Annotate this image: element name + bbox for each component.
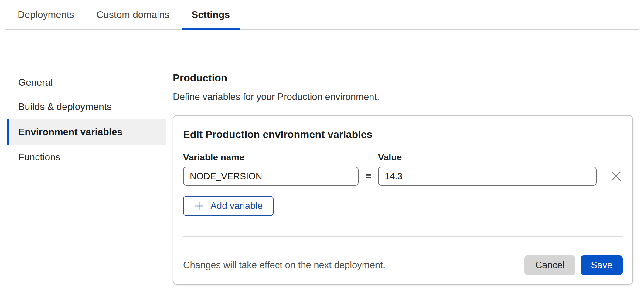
page-subtitle: Define variables for your Production env… bbox=[173, 91, 633, 102]
card-divider bbox=[183, 236, 623, 237]
tab-custom-domains[interactable]: Custom domains bbox=[87, 0, 179, 29]
remove-variable-button[interactable] bbox=[609, 170, 623, 183]
add-variable-button[interactable]: Add variable bbox=[183, 196, 274, 216]
sidebar-item-label: Environment variables bbox=[18, 126, 122, 138]
sidebar-item-label: Builds & deployments bbox=[18, 101, 112, 112]
value-label: Value bbox=[378, 152, 597, 163]
sidebar-item-label: Functions bbox=[18, 152, 60, 163]
tab-label: Deployments bbox=[18, 9, 74, 20]
sidebar-item-functions[interactable]: Functions bbox=[7, 145, 166, 169]
save-button[interactable]: Save bbox=[581, 255, 623, 275]
variables-grid: Variable name Value = bbox=[183, 152, 623, 186]
tab-settings[interactable]: Settings bbox=[182, 0, 240, 29]
main-content: Production Define variables for your Pro… bbox=[173, 70, 644, 285]
sidebar-item-general[interactable]: General bbox=[7, 70, 166, 94]
tab-label: Settings bbox=[192, 9, 230, 20]
tab-bar: Deployments Custom domains Settings bbox=[5, 0, 639, 30]
close-icon bbox=[611, 171, 622, 182]
card-title: Edit Production environment variables bbox=[183, 129, 623, 140]
sidebar-item-environment-variables[interactable]: Environment variables bbox=[7, 119, 166, 145]
tab-label: Custom domains bbox=[97, 9, 169, 20]
sidebar-item-builds-deployments[interactable]: Builds & deployments bbox=[7, 94, 166, 119]
settings-layout: General Builds & deployments Environment… bbox=[0, 70, 644, 285]
equals-sign: = bbox=[359, 170, 378, 182]
settings-sidebar: General Builds & deployments Environment… bbox=[0, 70, 166, 285]
environment-variables-card: Edit Production environment variables Va… bbox=[173, 115, 633, 285]
sidebar-item-label: General bbox=[18, 77, 53, 88]
plus-icon bbox=[194, 201, 204, 211]
tab-deployments[interactable]: Deployments bbox=[8, 0, 84, 29]
card-footer: Changes will take effect on the next dep… bbox=[183, 255, 623, 275]
variable-value-input[interactable] bbox=[378, 167, 597, 186]
variable-name-input[interactable] bbox=[183, 167, 359, 186]
page-title: Production bbox=[173, 72, 633, 84]
deployment-note: Changes will take effect on the next dep… bbox=[183, 260, 524, 271]
cancel-button[interactable]: Cancel bbox=[524, 255, 576, 275]
add-variable-label: Add variable bbox=[210, 201, 263, 211]
variable-name-label: Variable name bbox=[183, 152, 359, 163]
